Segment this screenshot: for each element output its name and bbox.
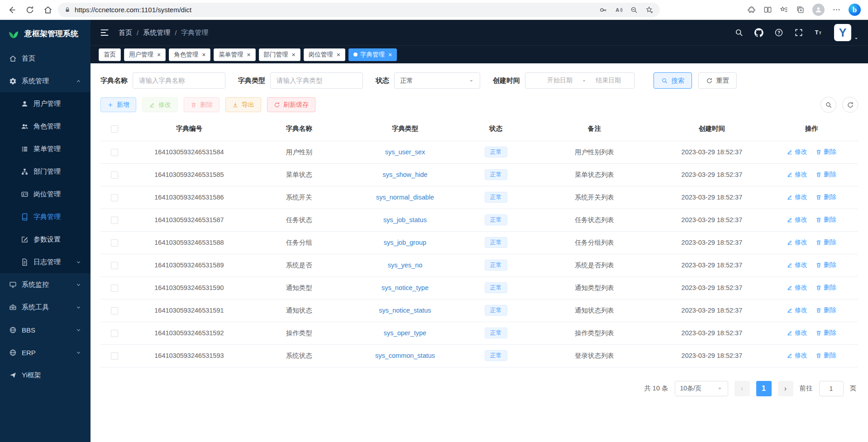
row-checkbox[interactable] [111, 307, 118, 314]
row-delete-link[interactable]: 删除 [816, 148, 836, 156]
user-avatar[interactable]: Y [834, 24, 859, 41]
select-all-checkbox[interactable] [111, 125, 118, 133]
dict-type-link[interactable]: sys_user_sex [385, 148, 425, 156]
row-checkbox[interactable] [111, 262, 118, 269]
dict-type-link[interactable]: sys_common_status [375, 352, 435, 359]
back-icon[interactable] [7, 5, 16, 14]
sidebar-item-bbs[interactable]: BBS [0, 318, 91, 341]
sidebar-item-log-mgmt[interactable]: 日志管理 [0, 251, 91, 273]
tab-home[interactable]: 首页 [99, 48, 121, 61]
fullscreen-icon[interactable] [794, 28, 803, 37]
tab-role-mgmt[interactable]: 角色管理× [169, 48, 210, 61]
sidebar-item-system-mgmt[interactable]: 系统管理 [0, 70, 91, 92]
row-checkbox[interactable] [111, 194, 118, 201]
next-page-button[interactable]: › [778, 381, 793, 396]
row-checkbox[interactable] [111, 217, 118, 224]
row-delete-link[interactable]: 删除 [816, 352, 836, 360]
sidebar-item-dict-mgmt[interactable]: 字典管理 [0, 205, 91, 228]
sidebar-item-user-mgmt[interactable]: 用户管理 [0, 92, 91, 115]
sidebar-item-post-mgmt[interactable]: 岗位管理 [0, 183, 91, 205]
row-edit-link[interactable]: 修改 [787, 216, 807, 224]
row-delete-link[interactable]: 删除 [816, 171, 836, 179]
sidebar-item-home[interactable]: 首页 [0, 47, 91, 70]
dict-type-input[interactable] [270, 72, 363, 89]
dict-type-link[interactable]: sys_notice_status [379, 307, 431, 314]
row-edit-link[interactable]: 修改 [787, 284, 807, 292]
tab-close-icon[interactable]: × [388, 52, 392, 58]
dict-type-link[interactable]: sys_oper_type [384, 329, 426, 337]
row-checkbox[interactable] [111, 330, 118, 337]
row-delete-link[interactable]: 删除 [816, 238, 836, 247]
dict-type-link[interactable]: sys_job_status [383, 216, 427, 223]
split-screen-icon[interactable] [763, 5, 772, 14]
zoom-out-icon[interactable] [630, 6, 638, 14]
row-delete-link[interactable]: 删除 [816, 216, 836, 224]
collections-icon[interactable] [796, 5, 805, 14]
refresh-cache-button[interactable]: 刷新缓存 [267, 97, 315, 112]
dict-type-link[interactable]: sys_yes_no [388, 261, 423, 269]
row-edit-link[interactable]: 修改 [787, 329, 807, 337]
sidebar-item-role-mgmt[interactable]: 角色管理 [0, 115, 91, 138]
address-bar[interactable]: https://ccnetcore.com:1101/system/dict A [58, 3, 660, 17]
sidebar-toggle-icon[interactable] [100, 28, 110, 38]
edit-button[interactable]: 修改 [142, 97, 178, 112]
goto-page-input[interactable] [819, 381, 844, 396]
tab-menu-mgmt[interactable]: 菜单管理× [214, 48, 255, 61]
row-delete-link[interactable]: 删除 [816, 193, 836, 201]
star-plus-icon[interactable] [645, 6, 653, 14]
dict-type-link[interactable]: sys_show_hide [382, 171, 427, 178]
status-select[interactable]: 正常 [394, 72, 480, 89]
bing-icon[interactable]: b [849, 4, 861, 16]
tab-close-icon[interactable]: × [157, 52, 161, 58]
dict-name-input[interactable] [133, 72, 225, 89]
tab-dict-mgmt[interactable]: 字典管理× [348, 48, 397, 61]
tab-close-icon[interactable]: × [247, 52, 250, 58]
extensions-icon[interactable] [747, 5, 756, 14]
date-range-picker[interactable]: 开始日期 - 结束日期 [525, 72, 634, 89]
refresh-button[interactable] [842, 97, 858, 113]
search-button[interactable] [820, 97, 836, 113]
tab-close-icon[interactable]: × [337, 52, 340, 58]
page-size-select[interactable]: 10条/页 [675, 381, 728, 396]
dict-type-link[interactable]: sys_normal_disable [376, 194, 434, 201]
reload-icon[interactable] [25, 5, 34, 14]
row-edit-link[interactable]: 修改 [787, 261, 807, 269]
row-delete-link[interactable]: 删除 [816, 284, 836, 292]
row-edit-link[interactable]: 修改 [787, 352, 807, 360]
breadcrumb-item[interactable]: 系统管理 [143, 29, 170, 37]
row-checkbox[interactable] [111, 239, 118, 247]
breadcrumb-item[interactable]: 首页 [119, 29, 132, 37]
row-checkbox[interactable] [111, 285, 118, 292]
reset-button[interactable]: 重置 [698, 72, 737, 89]
more-icon[interactable] [832, 5, 841, 14]
sidebar-item-erp[interactable]: ERP [0, 341, 91, 364]
font-size-icon[interactable]: TT [814, 28, 823, 37]
row-delete-link[interactable]: 删除 [816, 261, 836, 269]
row-delete-link[interactable]: 删除 [816, 329, 836, 337]
sidebar-item-dept-mgmt[interactable]: 部门管理 [0, 160, 91, 183]
row-edit-link[interactable]: 修改 [787, 193, 807, 201]
row-delete-link[interactable]: 删除 [816, 306, 836, 314]
profile-icon[interactable] [812, 4, 825, 16]
read-aloud-icon[interactable]: A [615, 6, 623, 14]
tab-close-icon[interactable]: × [292, 52, 296, 58]
tab-close-icon[interactable]: × [202, 52, 205, 58]
dict-type-link[interactable]: sys_notice_type [382, 284, 429, 291]
row-edit-link[interactable]: 修改 [787, 148, 807, 156]
tab-user-mgmt[interactable]: 用户管理× [124, 48, 166, 61]
question-icon[interactable]: ? [774, 28, 783, 37]
sidebar-item-menu-mgmt[interactable]: 菜单管理 [0, 138, 91, 160]
page-1-button[interactable]: 1 [756, 381, 772, 396]
add-button[interactable]: 新增 [100, 97, 136, 112]
sidebar-item-system-monitor[interactable]: 系统监控 [0, 273, 91, 296]
tab-dept-mgmt[interactable]: 部门管理× [259, 48, 300, 61]
search-button[interactable]: 搜索 [653, 72, 692, 89]
row-checkbox[interactable] [111, 149, 118, 156]
sidebar-item-system-tools[interactable]: 系统工具 [0, 296, 91, 318]
row-checkbox[interactable] [111, 171, 118, 179]
favorites-icon[interactable] [780, 5, 788, 14]
github-icon[interactable] [754, 28, 763, 37]
dict-type-link[interactable]: sys_job_group [384, 239, 426, 246]
breadcrumb-item[interactable]: 字典管理 [181, 29, 208, 37]
home-icon[interactable] [43, 5, 52, 14]
